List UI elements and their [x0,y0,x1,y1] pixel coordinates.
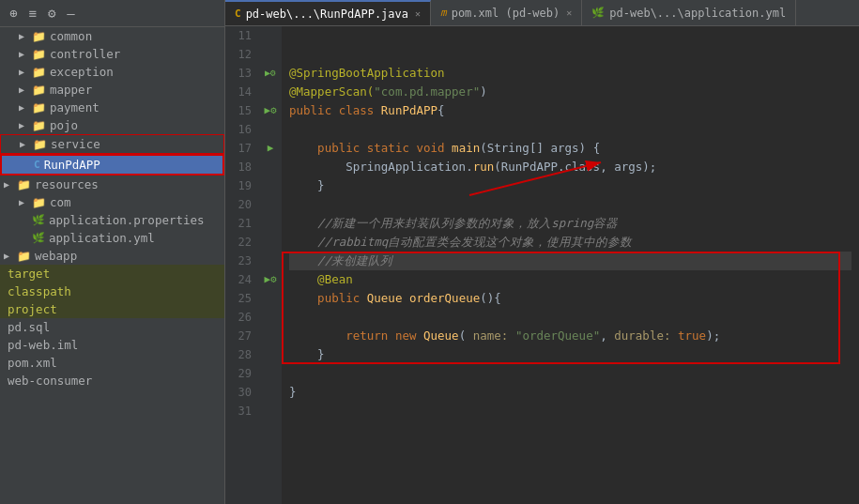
tree-item-mapper[interactable]: ▶ 📁 mapper [0,81,224,99]
code-line-13: @SpringBootApplication [289,64,851,83]
gutter-cell [259,233,282,252]
code: SpringApplication. [289,160,473,174]
gutter-cell [259,195,282,214]
gutter-cell [259,383,282,402]
tree-item-com[interactable]: ▶ 📁 com [0,193,224,211]
arrow-icon: ▶ [4,251,15,261]
code: ); [706,328,720,343]
code-line [289,364,851,383]
tab-pom[interactable]: m pom.xml (pd-web) ✕ [431,0,582,25]
code-line-25: public Queue orderQueue(){ [289,289,851,308]
tree-item-payment[interactable]: ▶ 📁 payment [0,99,224,116]
named-param: durable: [614,328,670,343]
tree-label: webapp [35,249,77,263]
tree-item-pd-web-iml[interactable]: pd-web.iml [0,336,224,354]
tab-close-icon[interactable]: ✕ [566,8,572,18]
minimize-icon[interactable]: — [65,4,76,23]
line-num: 20 [233,195,252,214]
tree-label: application.yml [49,231,155,245]
gutter-cell [259,26,282,45]
tree-item-webapp[interactable]: ▶ 📁 webapp [0,247,224,265]
tree-label: RunPdAPP [44,158,100,172]
keyword: public class [289,103,381,117]
code [289,141,317,155]
folder-icon: 📁 [17,178,31,191]
code-line-14: @MapperScan("com.pd.mapper") [289,83,851,101]
tree-item-common[interactable]: ▶ 📁 common [0,27,224,45]
gutter-cell [259,120,282,139]
gutter-cell [259,308,282,327]
code-line-21: //新建一个用来封装队列参数的对象，放入spring容器 [289,214,851,233]
code-line-18: SpringApplication.run(RunPdAPP.class, ar… [289,158,851,176]
tree-item-pd-sql[interactable]: pd.sql [0,318,224,336]
gutter-run-icon[interactable]: ▶⚙ [259,270,282,289]
code-line [289,402,851,420]
folder-icon: 📁 [32,119,46,132]
line-num: 30 [233,383,252,402]
tree-item-classpath[interactable]: classpath [0,283,224,300]
code-line-15: public class RunPdAPP{ [289,101,851,120]
code: (){ [480,291,501,305]
annotation: @Bean [317,272,353,286]
code-line-27: return new Queue( name: "orderQueue", du… [289,327,851,345]
spring-icon: 🌿 [32,214,45,226]
code: ( [459,328,473,343]
tree-item-resources[interactable]: ▶ 📁 resources [0,176,224,193]
tab-application-yml[interactable]: 🌿 pd-web\...\application.yml [582,0,796,25]
tree-item-target[interactable]: target [0,265,224,283]
tree-item-pojo[interactable]: ▶ 📁 pojo [0,116,224,134]
gutter-run-icon[interactable]: ▶ [259,139,282,158]
tab-runpdapp[interactable]: C pd-web\...\RunPdAPP.java ✕ [225,0,431,25]
line-num: 23 [233,252,252,270]
add-icon[interactable]: ⊕ [8,4,19,23]
folder-icon: 📁 [32,66,46,79]
gutter-cell [259,45,282,64]
tree-label: pd-web.iml [8,338,78,352]
code [289,272,317,286]
yml-tab-icon: 🌿 [591,7,605,19]
line-num: 24 [233,270,252,289]
tree-item-project[interactable]: project [0,300,224,318]
tab-bar: C pd-web\...\RunPdAPP.java ✕ m pom.xml (… [225,0,859,26]
xml-tab-icon: m [440,7,447,19]
tree-item-service[interactable]: ▶ 📁 service [0,134,224,154]
tree-item-exception[interactable]: ▶ 📁 exception [0,63,224,81]
tree-item-runpdapp[interactable]: C RunPdAPP [0,154,224,176]
gutter-run-icon[interactable]: ▶⚙ [259,64,282,83]
code: } [289,347,325,361]
tree-item-web-consumer[interactable]: web-consumer [0,372,224,389]
code-editor[interactable]: 11 12 13 14 15 16 17 18 19 20 21 22 23 2… [225,26,859,504]
tree-label: target [8,267,50,281]
keyword: public [317,291,367,305]
code-line-22: //rabbitmq自动配置类会发现这个对象，使用其中的参数 [289,233,851,252]
folder-icon: 📁 [32,48,46,61]
collapse-icon[interactable]: ≡ [26,4,38,23]
sidebar-toolbar: ⊕ ≡ ⚙ — [0,0,224,27]
gutter-cell [259,83,282,101]
line-num: 31 [233,402,252,420]
code: , [600,328,614,343]
code-content[interactable]: @SpringBootApplication @MapperScan("com.… [282,26,859,504]
gutter-run-icon[interactable]: ▶⚙ [259,101,282,120]
comment: //新建一个用来封装队列参数的对象，放入spring容器 [289,216,618,230]
tree-item-application-properties[interactable]: ▶ 🌿 application.properties [0,211,224,229]
tree-item-pom-xml[interactable]: pom.xml [0,354,224,372]
gutter-cell [259,345,282,364]
line-num: 12 [233,45,252,64]
code [670,328,678,343]
type: Queue [423,328,459,343]
keyword: public static void [317,141,452,155]
code: (String[] args) { [480,141,600,155]
folder-icon: 📁 [32,101,46,115]
tab-close-icon[interactable]: ✕ [415,8,421,19]
tab-label: pom.xml (pd-web) [452,7,560,20]
gutter-cell [259,158,282,176]
arrow-icon: ▶ [19,197,30,207]
tree-item-controller[interactable]: ▶ 📁 controller [0,45,224,63]
settings-icon[interactable]: ⚙ [46,4,57,23]
spring-icon: 🌿 [32,232,45,244]
line-num: 22 [233,233,252,252]
tree-label: com [50,195,71,209]
line-num: 17 [233,139,252,158]
tree-item-application-yml[interactable]: ▶ 🌿 application.yml [0,229,224,247]
